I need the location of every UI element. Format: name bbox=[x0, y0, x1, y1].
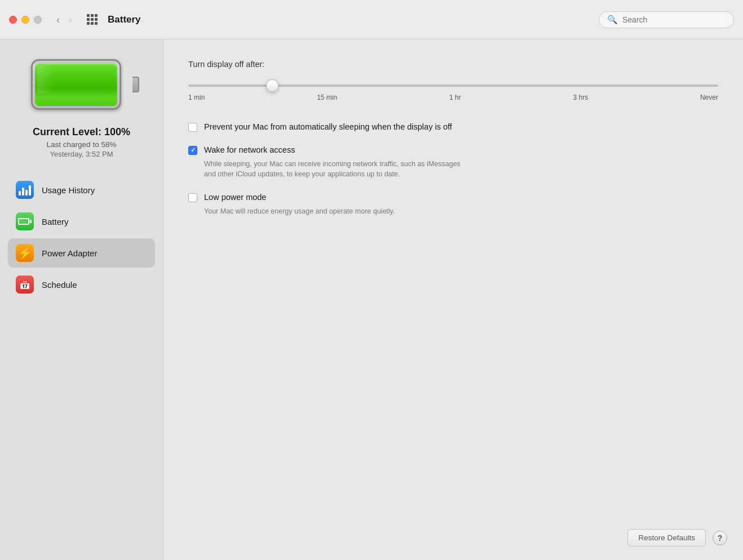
sidebar-nav: Usage History Battery ⚡ bbox=[0, 175, 163, 299]
search-input[interactable] bbox=[622, 15, 726, 24]
wake-network-row: Wake for network access bbox=[188, 145, 718, 155]
power-adapter-icon: ⚡ bbox=[16, 244, 34, 262]
chart-bar-1 bbox=[19, 191, 21, 195]
schedule-icon: 📅 bbox=[16, 275, 34, 294]
minimize-button[interactable] bbox=[21, 16, 29, 24]
chart-bar-3 bbox=[25, 190, 28, 195]
sidebar-item-power-adapter[interactable]: ⚡ Power Adapter bbox=[8, 238, 155, 268]
display-off-slider-container: 1 min 15 min 1 hr 3 hrs Never bbox=[188, 79, 718, 101]
close-button[interactable] bbox=[9, 16, 17, 24]
chart-bars-icon bbox=[19, 184, 31, 195]
bottom-bar: Restore Defaults ? bbox=[627, 529, 727, 546]
grid-menu-icon[interactable] bbox=[87, 14, 98, 25]
low-power-row: Low power mode bbox=[188, 192, 718, 203]
battery-mini-body bbox=[18, 218, 29, 225]
search-icon: 🔍 bbox=[607, 15, 618, 25]
battery-mini-fill bbox=[20, 220, 27, 223]
battery-mini-icon bbox=[18, 218, 32, 225]
sidebar-label-power-adapter: Power Adapter bbox=[42, 248, 97, 258]
usage-history-icon bbox=[16, 181, 34, 199]
main-layout: Current Level: 100% Last charged to 58% … bbox=[0, 39, 743, 560]
sidebar-item-usage-history[interactable]: Usage History bbox=[8, 175, 155, 205]
prevent-sleep-row: Prevent your Mac from automatically slee… bbox=[188, 122, 718, 132]
fullscreen-button[interactable] bbox=[34, 16, 42, 24]
help-button[interactable]: ? bbox=[713, 531, 727, 545]
sidebar-label-usage-history: Usage History bbox=[42, 185, 95, 195]
slider-label-15min: 15 min bbox=[317, 94, 337, 101]
sidebar: Current Level: 100% Last charged to 58% … bbox=[0, 39, 163, 560]
forward-button[interactable]: › bbox=[65, 14, 76, 26]
nav-arrows: ‹ › bbox=[53, 14, 76, 26]
sidebar-label-battery: Battery bbox=[42, 217, 69, 226]
slider-section-label: Turn display off after: bbox=[188, 60, 718, 69]
back-button[interactable]: ‹ bbox=[53, 14, 63, 26]
battery-body bbox=[31, 59, 121, 110]
search-box[interactable]: 🔍 bbox=[599, 11, 734, 28]
battery-mini-tip bbox=[30, 220, 32, 223]
low-power-label: Low power mode bbox=[204, 192, 266, 203]
battery-date-label: Yesterday, 3:52 PM bbox=[50, 150, 113, 158]
battery-level-label: Current Level: 100% bbox=[33, 126, 130, 138]
battery-graphic bbox=[31, 56, 132, 113]
prevent-sleep-label: Prevent your Mac from automatically slee… bbox=[204, 122, 452, 132]
sidebar-item-battery[interactable]: Battery bbox=[8, 207, 155, 236]
battery-charged-label: Last charged to 58% bbox=[47, 140, 117, 149]
options-section: Prevent your Mac from automatically slee… bbox=[188, 122, 718, 227]
battery-terminal bbox=[132, 77, 139, 92]
battery-shine bbox=[37, 65, 54, 94]
slider-label-3hrs: 3 hrs bbox=[573, 94, 588, 101]
calendar-icon: 📅 bbox=[19, 279, 30, 290]
low-power-checkbox[interactable] bbox=[188, 193, 197, 202]
chart-bar-4 bbox=[29, 185, 31, 195]
lightning-bolt-icon: ⚡ bbox=[18, 246, 32, 260]
display-off-slider[interactable] bbox=[188, 85, 718, 87]
slider-label-1min: 1 min bbox=[188, 94, 205, 101]
titlebar: ‹ › Battery 🔍 bbox=[0, 0, 743, 39]
wake-network-label: Wake for network access bbox=[204, 145, 295, 155]
battery-nav-icon bbox=[16, 212, 34, 230]
chart-bar-2 bbox=[22, 188, 24, 195]
slider-label-1hr: 1 hr bbox=[449, 94, 461, 101]
traffic-lights bbox=[9, 16, 42, 24]
sidebar-label-schedule: Schedule bbox=[42, 280, 77, 290]
content-area: Turn display off after: 1 min 15 min 1 h… bbox=[163, 39, 743, 560]
slider-labels: 1 min 15 min 1 hr 3 hrs Never bbox=[188, 94, 718, 101]
slider-label-never: Never bbox=[700, 94, 718, 101]
prevent-sleep-checkbox[interactable] bbox=[188, 123, 197, 132]
wake-network-desc: While sleeping, your Mac can receive inc… bbox=[204, 159, 718, 180]
page-title: Battery bbox=[108, 14, 141, 25]
restore-defaults-button[interactable]: Restore Defaults bbox=[627, 529, 706, 546]
wake-network-checkbox[interactable] bbox=[188, 146, 197, 155]
low-power-desc: Your Mac will reduce energy usage and op… bbox=[204, 206, 718, 217]
sidebar-item-schedule[interactable]: 📅 Schedule bbox=[8, 270, 155, 299]
